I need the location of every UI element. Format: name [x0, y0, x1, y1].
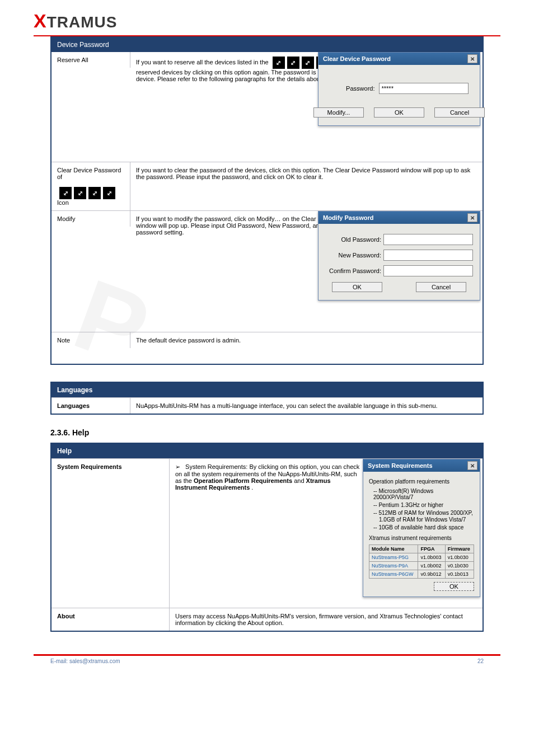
req-item: -- 10GB of available hard disk space: [373, 524, 474, 530]
brand-logo: XTRAMUS: [34, 13, 117, 31]
th-firmware: Firmware: [445, 545, 474, 553]
port-icon: ⤢: [88, 187, 101, 199]
ok-button[interactable]: OK: [434, 582, 474, 591]
confirm-password-input[interactable]: [383, 265, 473, 276]
device-password-header: Device Password: [51, 37, 483, 52]
module-table: Module Name FPGA Firmware NuStreams-P5G …: [369, 544, 474, 579]
dialog-title: Modify Password: [323, 214, 373, 221]
help-header: Help: [51, 444, 483, 458]
row-clear-desc: If you want to clear the password of the…: [130, 162, 483, 185]
table-row: NuStreams-P9A v1.0b002 v0.1b030: [369, 562, 474, 570]
inst-req-header: Xtramus instrument requirements: [369, 535, 474, 541]
bullet-icon: ➢: [175, 463, 180, 470]
modify-password-dialog: Modify Password ✕ Old Password: New Pass…: [318, 211, 480, 300]
port-icon: ⤢: [287, 57, 299, 69]
footer-contact: E-mail: sales@xtramus.com: [50, 658, 120, 664]
port-icon: ⤢: [59, 187, 72, 199]
close-icon[interactable]: ✕: [467, 213, 477, 222]
req-item: -- Pentium 1.3GHz or higher: [373, 502, 474, 508]
close-icon[interactable]: ✕: [467, 461, 477, 470]
row-modify-desc: If you want to modify the password, clic…: [130, 211, 483, 332]
req-item: -- 512MB of RAM for Windows 2000/XP,: [373, 510, 474, 516]
cancel-button[interactable]: Cancel: [434, 107, 485, 118]
about-left: About: [51, 608, 170, 631]
close-icon[interactable]: ✕: [467, 54, 477, 63]
languages-table: Languages Languages NuApps-MultiUnits-RM…: [50, 382, 484, 415]
languages-left: Languages: [51, 398, 130, 414]
page-number: 22: [477, 658, 484, 664]
port-icon: ⤢: [273, 57, 285, 69]
row-clear-label: Clear Device Password of ⤢ ⤢ ⤢ ⤢ Icon: [51, 162, 130, 210]
new-password-input[interactable]: [383, 250, 473, 261]
ok-button[interactable]: OK: [374, 107, 424, 118]
sysreq-desc: ➢ System Requirements: By clicking on th…: [170, 459, 483, 608]
req-item: 1.0GB of RAM for Windows Vista/7: [379, 516, 474, 523]
row-modify-label: Modify: [51, 211, 130, 227]
old-password-label: Old Password:: [325, 236, 381, 243]
password-label: Password:: [330, 85, 374, 92]
languages-desc: NuApps-MultiUnits-RM has a multi-languag…: [130, 398, 483, 414]
table-row: NuStreams-P6GW v0.9b012 v0.1b013: [369, 570, 474, 579]
device-password-table: Device Password Reserve All If you want …: [50, 36, 484, 365]
req-item: -- Microsoft(R) Windows 2000/XP/Vista/7: [373, 488, 474, 500]
cancel-button[interactable]: Cancel: [416, 282, 466, 292]
dialog-title: System Requirements: [368, 462, 433, 469]
password-input[interactable]: [379, 83, 469, 94]
about-desc: Users may access NuApps-MultiUnits-RM's …: [170, 608, 483, 631]
op-req-header: Operation platform requirements: [369, 478, 474, 485]
port-icon: ⤢: [74, 187, 86, 199]
port-icon: ⤢: [103, 187, 115, 199]
confirm-password-label: Confirm Password:: [325, 267, 381, 274]
row-reserve-all-label: Reserve All: [51, 52, 130, 68]
row-reserve-all-desc: If you want to reserve all the devices l…: [130, 52, 483, 162]
th-fpga: FPGA: [418, 545, 445, 553]
languages-header: Languages: [51, 383, 483, 397]
row-note-desc: The default device password is admin.: [130, 332, 483, 364]
new-password-label: New Password:: [325, 252, 381, 259]
help-section-title: 2.3.6. Help: [50, 428, 484, 437]
th-module: Module Name: [369, 545, 418, 553]
row-note-label: Note: [51, 332, 130, 348]
help-table: Help System Requirements ➢ System Requir…: [50, 443, 484, 632]
port-icon: ⤢: [302, 57, 314, 69]
table-row: NuStreams-P5G v1.0b003 v1.0b030: [369, 553, 474, 562]
port-icons: ⤢ ⤢ ⤢ ⤢: [59, 187, 115, 199]
system-requirements-dialog: System Requirements ✕ Operation platform…: [363, 459, 480, 597]
ok-button[interactable]: OK: [332, 282, 382, 292]
dialog-title: Clear Device Password: [323, 55, 391, 62]
old-password-input[interactable]: [383, 234, 473, 245]
clear-password-dialog: Clear Device Password ✕ Password: Modify…: [318, 52, 480, 126]
sysreq-left: System Requirements: [51, 459, 170, 608]
modify-button[interactable]: Modify...: [313, 107, 364, 118]
